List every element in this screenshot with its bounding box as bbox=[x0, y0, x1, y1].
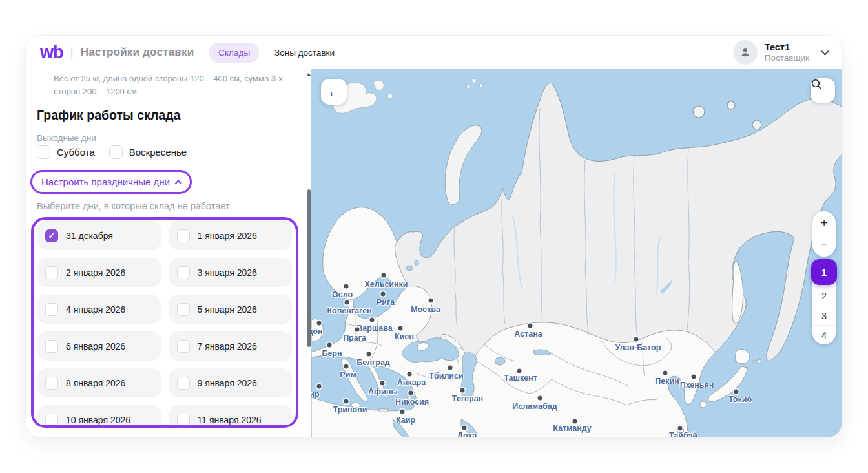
avatar bbox=[733, 40, 758, 65]
city-marker bbox=[381, 292, 386, 297]
checkbox-unchecked[interactable] bbox=[177, 303, 190, 316]
holiday-day[interactable]: ✓31 декабря bbox=[37, 221, 161, 250]
map-zoom-control: + − bbox=[812, 211, 836, 257]
city-marker bbox=[429, 299, 433, 303]
checkbox-unchecked[interactable] bbox=[45, 303, 58, 316]
checkbox-unchecked[interactable] bbox=[177, 340, 190, 353]
holiday-day[interactable]: 8 января 2026 bbox=[37, 368, 161, 397]
zoom-out-button[interactable]: − bbox=[821, 238, 828, 250]
holiday-day[interactable]: 11 января 2026 bbox=[169, 405, 293, 428]
city-label: Берн bbox=[322, 349, 342, 358]
holiday-day[interactable]: 5 января 2026 bbox=[169, 295, 293, 324]
city-label: Никосия bbox=[395, 397, 429, 406]
city-label: Исламабад bbox=[512, 402, 557, 411]
tab-bar: Склады Зоны доставки bbox=[209, 43, 344, 63]
map-graphic bbox=[311, 69, 842, 437]
map-page-button-active[interactable]: 1 bbox=[811, 259, 837, 285]
city-label: Доха bbox=[457, 431, 477, 437]
search-icon bbox=[811, 78, 822, 90]
city-label: Лондон bbox=[311, 327, 323, 336]
holiday-day-label: 4 января 2026 bbox=[66, 304, 125, 315]
holiday-day-label: 31 декабря bbox=[66, 231, 113, 241]
city-marker bbox=[409, 391, 413, 395]
warehouse-settings-panel: Вес от 25 кг, длина одной стороны 120 – … bbox=[26, 69, 311, 437]
weekend-checkbox-group: СубботаВоскресенье bbox=[37, 145, 187, 159]
checkbox-checked[interactable]: ✓ bbox=[45, 229, 58, 242]
checkbox-unchecked[interactable] bbox=[177, 414, 190, 426]
map-back-button[interactable]: ← bbox=[321, 79, 347, 105]
holidays-hint: Выберите дни, в которые склад не работае… bbox=[37, 201, 230, 211]
dimensions-note: Вес от 25 кг, длина одной стороны 120 – … bbox=[54, 72, 298, 98]
user-info: Тест1 Поставщик bbox=[765, 41, 809, 64]
map-page-button[interactable]: 3 bbox=[812, 306, 836, 325]
map-page-button[interactable]: 2 bbox=[812, 286, 836, 306]
weekend-day[interactable]: Воскресенье bbox=[109, 145, 187, 159]
checkbox-unchecked[interactable] bbox=[177, 266, 190, 279]
weekend-day[interactable]: Суббота bbox=[37, 145, 95, 159]
map-search-button[interactable] bbox=[811, 78, 835, 103]
holiday-day[interactable]: 2 января 2026 bbox=[37, 258, 161, 287]
holiday-day[interactable]: 3 января 2026 bbox=[169, 258, 293, 287]
holidays-toggle-label: Настроить праздничные дни bbox=[41, 176, 170, 187]
scrollbar-up-arrow[interactable] bbox=[306, 73, 311, 76]
checkbox-unchecked[interactable] bbox=[45, 340, 58, 353]
weekend-day-label: Воскресенье bbox=[129, 147, 187, 158]
city-marker bbox=[663, 371, 668, 375]
panel-scrollbar[interactable] bbox=[307, 189, 311, 347]
city-marker bbox=[355, 328, 360, 332]
delivery-settings-window: wb | Настройки доставки Склады Зоны дост… bbox=[26, 36, 842, 437]
person-icon bbox=[739, 46, 752, 59]
city-marker bbox=[367, 352, 371, 357]
holidays-toggle-button[interactable]: Настроить праздничные дни bbox=[30, 170, 192, 194]
tab-warehouses[interactable]: Склады bbox=[209, 43, 259, 63]
city-label: Пхеньян bbox=[680, 381, 714, 390]
holiday-day[interactable]: 9 января 2026 bbox=[169, 368, 293, 397]
holiday-day[interactable]: 1 января 2026 bbox=[169, 221, 293, 250]
city-label: Астана bbox=[514, 330, 542, 339]
checkbox-unchecked[interactable] bbox=[37, 145, 50, 159]
map-canvas[interactable]: ЛондонОслоХельсинкиРигаКопенгагенМоскваВ… bbox=[311, 69, 842, 437]
city-marker bbox=[317, 384, 322, 389]
wb-logo: wb bbox=[40, 43, 63, 63]
header-divider: | bbox=[70, 45, 74, 60]
city-marker bbox=[528, 324, 533, 328]
map-page-button[interactable]: 4 bbox=[812, 325, 836, 344]
city-label: Киев bbox=[395, 332, 414, 341]
zoom-in-button[interactable]: + bbox=[820, 216, 828, 229]
city-marker bbox=[517, 369, 522, 373]
holiday-day[interactable]: 7 января 2026 bbox=[169, 331, 293, 361]
checkbox-unchecked[interactable] bbox=[177, 229, 190, 242]
city-label: Копенгаген bbox=[327, 306, 371, 315]
city-label: Улан-Батор bbox=[615, 343, 661, 352]
city-label: Триполи bbox=[333, 405, 367, 414]
city-marker bbox=[344, 284, 349, 289]
weekend-label: Выходные дни bbox=[37, 133, 96, 143]
city-marker bbox=[408, 372, 412, 377]
city-marker bbox=[344, 364, 349, 369]
city-label: Тайбэй bbox=[669, 431, 698, 437]
city-marker bbox=[345, 300, 349, 305]
city-label: Пекин bbox=[655, 377, 679, 386]
checkbox-unchecked[interactable] bbox=[45, 266, 58, 279]
user-menu[interactable]: Тест1 Поставщик bbox=[733, 40, 828, 65]
city-marker bbox=[448, 366, 453, 370]
holiday-day-label: 3 января 2026 bbox=[198, 268, 257, 278]
city-label: Варшава bbox=[356, 324, 392, 333]
city-marker bbox=[692, 375, 696, 379]
chevron-down-icon[interactable] bbox=[821, 47, 829, 56]
city-label: Катманду bbox=[553, 424, 591, 433]
holiday-day-label: 1 января 2026 bbox=[198, 231, 257, 241]
checkbox-unchecked[interactable] bbox=[177, 377, 190, 390]
city-marker bbox=[317, 321, 322, 326]
city-marker bbox=[573, 419, 577, 424]
checkbox-unchecked[interactable] bbox=[45, 377, 58, 390]
tab-delivery-zones[interactable]: Зоны доставки bbox=[265, 43, 344, 63]
city-label: Тбилиси bbox=[429, 372, 463, 381]
checkbox-unchecked[interactable] bbox=[109, 145, 123, 159]
holiday-day-label: 10 января 2026 bbox=[66, 415, 130, 425]
holiday-day[interactable]: 10 января 2026 bbox=[37, 405, 161, 428]
checkbox-unchecked[interactable] bbox=[45, 414, 58, 426]
holiday-day[interactable]: 4 января 2026 bbox=[37, 295, 161, 324]
holiday-day[interactable]: 6 января 2026 bbox=[37, 331, 161, 361]
holiday-days-grid: ✓31 декабря1 января 20262 января 20263 я… bbox=[37, 221, 292, 428]
